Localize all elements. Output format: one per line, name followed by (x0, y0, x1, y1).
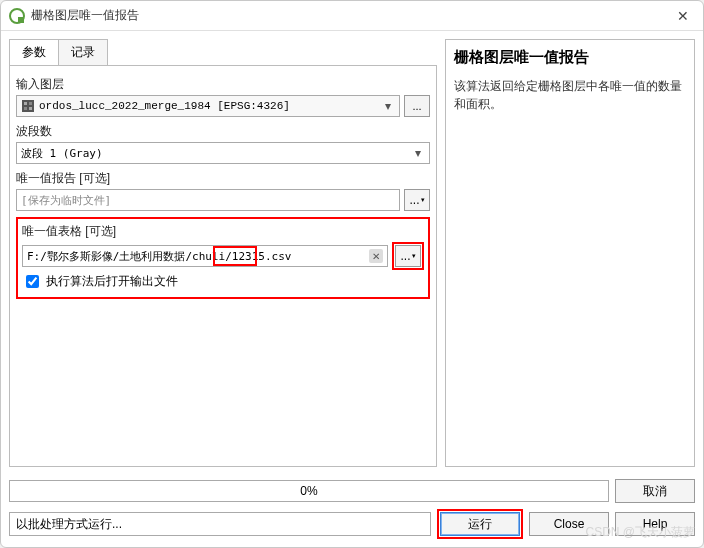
window-title: 栅格图层唯一值报告 (31, 7, 671, 24)
raster-layer-icon (21, 99, 35, 113)
table-output-field-wrap: ✕ (22, 245, 388, 267)
qgis-icon (9, 8, 25, 24)
cancel-button[interactable]: 取消 (615, 479, 695, 503)
open-after-checkbox-row[interactable]: 执行算法后打开输出文件 (22, 272, 424, 291)
chevron-down-icon: ▾ (412, 252, 416, 260)
label-band: 波段数 (16, 123, 430, 140)
bottom-area: 0% 取消 以批处理方式运行... 运行 Close Help (1, 475, 703, 547)
clear-icon[interactable]: ✕ (369, 249, 383, 263)
label-input-layer: 输入图层 (16, 76, 430, 93)
open-after-label: 执行算法后打开输出文件 (46, 273, 178, 290)
chevron-down-icon: ▾ (381, 99, 395, 113)
label-table: 唯一值表格 [可选] (22, 223, 424, 240)
batch-run-button[interactable]: 以批处理方式运行... (9, 512, 431, 536)
svg-rect-4 (29, 102, 32, 105)
report-browse-button[interactable]: ...▾ (404, 189, 430, 211)
highlight-run: 运行 (437, 509, 523, 539)
chevron-down-icon: ▾ (421, 196, 425, 204)
svg-rect-6 (29, 107, 32, 110)
table-output-field[interactable] (27, 247, 325, 265)
label-report: 唯一值报告 [可选] (16, 170, 430, 187)
band-value: 波段 1 (Gray) (21, 146, 411, 161)
titlebar: 栅格图层唯一值报告 ✕ (1, 1, 703, 31)
input-layer-combo[interactable]: ordos_lucc_2022_merge_1984 [EPSG:4326] ▾ (16, 95, 400, 117)
run-button[interactable]: 运行 (440, 512, 520, 536)
close-button[interactable]: Close (529, 512, 609, 536)
band-combo[interactable]: 波段 1 (Gray) ▾ (16, 142, 430, 164)
tab-log[interactable]: 记录 (58, 39, 108, 66)
params-panel: 输入图层 ordos_lucc_2022_merge_1984 [EPSG:43… (9, 65, 437, 467)
svg-rect-1 (18, 17, 24, 23)
input-layer-value: ordos_lucc_2022_merge_1984 [EPSG:4326] (39, 100, 381, 112)
progress-bar: 0% (9, 480, 609, 502)
tab-bar: 参数 记录 (9, 39, 437, 66)
dialog-window: 栅格图层唯一值报告 ✕ 参数 记录 输入图层 ordos_lucc_2022_m… (0, 0, 704, 548)
progress-text: 0% (300, 484, 317, 498)
svg-rect-5 (24, 107, 27, 110)
highlight-mini-browse: ...▾ (392, 242, 424, 270)
tab-params[interactable]: 参数 (9, 39, 59, 66)
svg-rect-2 (22, 100, 34, 112)
help-pane: 栅格图层唯一值报告 该算法返回给定栅格图层中各唯一值的数量和面积。 (445, 39, 695, 467)
content-area: 参数 记录 输入图层 ordos_lucc_2022_merge_1984 [E… (1, 31, 703, 475)
open-after-checkbox[interactable] (26, 275, 39, 288)
table-browse-button[interactable]: ...▾ (395, 245, 421, 267)
chevron-down-icon: ▾ (411, 146, 425, 160)
help-title: 栅格图层唯一值报告 (454, 48, 686, 67)
help-description: 该算法返回给定栅格图层中各唯一值的数量和面积。 (454, 77, 686, 113)
close-icon[interactable]: ✕ (671, 8, 695, 24)
report-output-field[interactable] (16, 189, 400, 211)
highlight-box: 唯一值表格 [可选] ✕ ...▾ 执行算法后打开输出文件 (16, 217, 430, 299)
input-layer-browse-button[interactable]: ... (404, 95, 430, 117)
help-button[interactable]: Help (615, 512, 695, 536)
left-pane: 参数 记录 输入图层 ordos_lucc_2022_merge_1984 [E… (9, 39, 437, 467)
svg-rect-3 (24, 102, 27, 105)
